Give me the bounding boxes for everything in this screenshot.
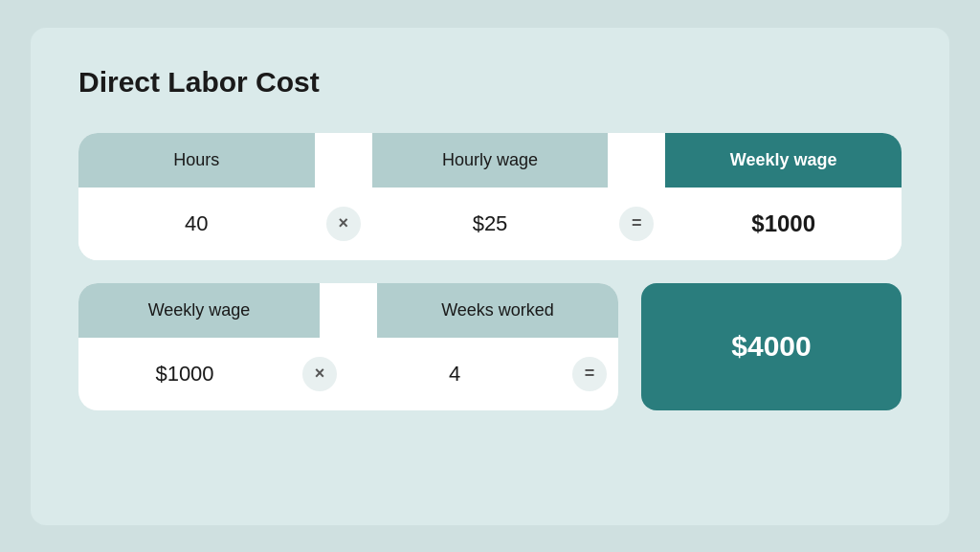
row2-wrapper: Weekly wage Weeks worked $1000 × 4 = $40… (78, 283, 902, 410)
row1-result: $1000 (665, 210, 902, 237)
row2-gap1 (320, 283, 377, 338)
equals-badge-1: = (619, 207, 654, 241)
row2-operator2: = (561, 357, 618, 391)
row2-operator1: × (291, 357, 348, 391)
row2-result: $4000 (641, 283, 902, 410)
row1-value1: 40 (78, 211, 315, 236)
row2-right-section: $4000 (634, 283, 902, 410)
row2-values: $1000 × 4 = (78, 338, 618, 410)
row1-gap1 (315, 133, 372, 188)
row2-header2: Weeks worked (377, 283, 618, 338)
row1-operator1: × (315, 207, 372, 241)
row1-headers: Hours Hourly wage Weekly wage (78, 133, 902, 188)
row1-header3: Weekly wage (665, 133, 902, 188)
page-title: Direct Labor Cost (78, 66, 902, 99)
row2-headers: Weekly wage Weeks worked (78, 283, 618, 338)
row2-left-section: Weekly wage Weeks worked $1000 × 4 = (78, 283, 618, 410)
row1-header2: Hourly wage (372, 133, 609, 188)
equals-badge-2: = (572, 357, 607, 391)
row1-values: 40 × $25 = $1000 (78, 188, 902, 260)
row1-value2: $25 (372, 211, 609, 236)
row2-value2: 4 (348, 362, 561, 386)
row1-operator2: = (608, 207, 665, 241)
row1-header1: Hours (78, 133, 315, 188)
row2-value1: $1000 (78, 362, 291, 386)
multiply-badge-1: × (326, 207, 361, 241)
main-container: Direct Labor Cost Hours Hourly wage Week… (31, 28, 949, 525)
row2-header1: Weekly wage (78, 283, 320, 338)
row1-section: Hours Hourly wage Weekly wage 40 × $25 =… (78, 133, 902, 260)
multiply-badge-2: × (302, 357, 337, 391)
row1-gap2 (608, 133, 665, 188)
